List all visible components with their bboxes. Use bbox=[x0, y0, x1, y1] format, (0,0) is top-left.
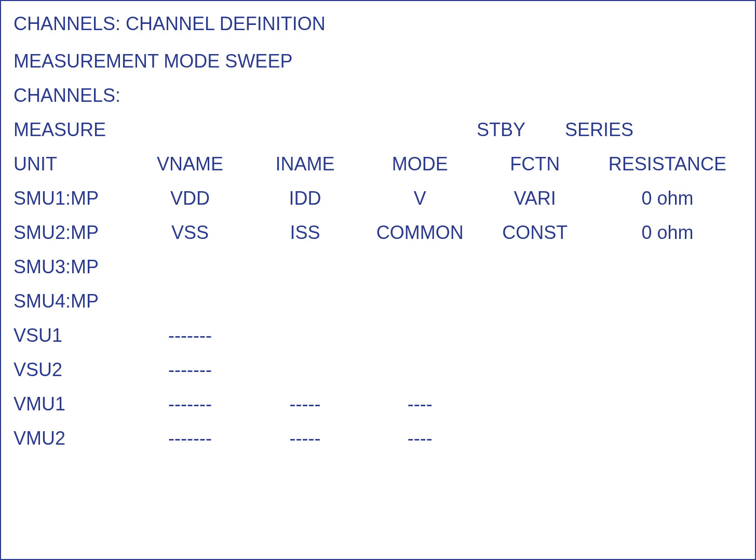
cell-unit: VSU1 bbox=[14, 324, 132, 346]
cell-mode: ---- bbox=[362, 393, 477, 415]
cell-mode: ---- bbox=[362, 427, 477, 449]
title-line: CHANNELS: CHANNEL DEFINITION bbox=[14, 8, 743, 43]
cell-vname: ------- bbox=[132, 393, 247, 415]
col-header-mode: MODE bbox=[362, 153, 477, 175]
cell-unit: SMU2:MP bbox=[14, 221, 132, 244]
table-row: SMU2:MP VSS ISS COMMON CONST 0 ohm bbox=[14, 214, 743, 248]
cell-iname: ----- bbox=[248, 427, 362, 449]
measure-line: MEASURE STBY SERIES bbox=[14, 111, 743, 145]
panel-title: CHANNELS: CHANNEL DEFINITION bbox=[14, 12, 326, 35]
cell-resistance[interactable]: 0 ohm bbox=[592, 187, 743, 209]
cell-unit: VSU2 bbox=[14, 358, 132, 381]
measurement-mode-label: MEASUREMENT MODE SWEEP bbox=[14, 50, 292, 72]
cell-fctn[interactable]: VARI bbox=[477, 187, 592, 209]
table-row: SMU4:MP bbox=[14, 283, 743, 317]
channels-label: CHANNELS: bbox=[14, 84, 120, 106]
cell-iname[interactable]: IDD bbox=[248, 187, 362, 209]
column-header-row: UNIT VNAME INAME MODE FCTN RESISTANCE bbox=[14, 145, 743, 180]
table-row: VMU1 ------- ----- ---- bbox=[14, 385, 743, 420]
cell-vname[interactable]: VSS bbox=[132, 221, 247, 244]
cell-iname: ----- bbox=[248, 393, 362, 415]
cell-vname: ------- bbox=[132, 358, 247, 381]
cell-unit: SMU1:MP bbox=[14, 187, 132, 209]
cell-unit: VMU2 bbox=[14, 427, 132, 449]
table-row: SMU3:MP bbox=[14, 248, 743, 283]
cell-iname[interactable]: ISS bbox=[248, 221, 362, 244]
cell-unit: SMU4:MP bbox=[14, 290, 132, 312]
series-label: SERIES bbox=[565, 118, 633, 141]
cell-vname: ------- bbox=[132, 427, 247, 449]
channels-line: CHANNELS: bbox=[14, 77, 743, 111]
cell-mode[interactable]: V bbox=[362, 187, 477, 209]
cell-resistance[interactable]: 0 ohm bbox=[592, 221, 743, 244]
cell-unit: VMU1 bbox=[14, 393, 132, 415]
cell-unit: SMU3:MP bbox=[14, 256, 132, 278]
table-row: VSU1 ------- bbox=[14, 317, 743, 351]
col-header-unit: UNIT bbox=[14, 153, 132, 175]
measure-label: MEASURE bbox=[14, 118, 106, 141]
table-row: VMU2 ------- ----- ---- bbox=[14, 420, 743, 454]
cell-mode[interactable]: COMMON bbox=[362, 221, 477, 244]
cell-vname: ------- bbox=[132, 324, 247, 346]
table-row: VSU2 ------- bbox=[14, 351, 743, 385]
mode-line: MEASUREMENT MODE SWEEP bbox=[14, 43, 743, 77]
cell-fctn[interactable]: CONST bbox=[477, 221, 592, 244]
table-row: SMU1:MP VDD IDD V VARI 0 ohm bbox=[14, 180, 743, 214]
stby-label: STBY bbox=[477, 118, 525, 141]
col-header-fctn: FCTN bbox=[477, 153, 592, 175]
cell-vname[interactable]: VDD bbox=[132, 187, 247, 209]
channel-definition-panel: CHANNELS: CHANNEL DEFINITION MEASUREMENT… bbox=[0, 0, 756, 560]
col-header-vname: VNAME bbox=[132, 153, 247, 175]
col-header-resistance: RESISTANCE bbox=[592, 153, 743, 175]
col-header-iname: INAME bbox=[248, 153, 362, 175]
